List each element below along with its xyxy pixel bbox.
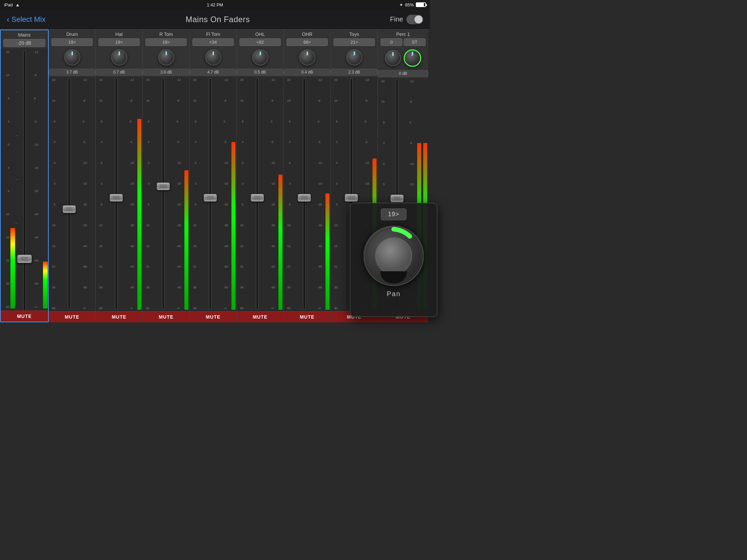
drum-mute-button[interactable]: MUTE <box>49 311 95 322</box>
perc1-knob-left[interactable] <box>385 50 401 66</box>
ohr-fader-track <box>291 77 317 311</box>
drum-fader-handle[interactable] <box>63 206 76 213</box>
pan-knob-large[interactable] <box>363 225 424 286</box>
bluetooth-icon: ✦ <box>400 2 403 7</box>
fine-toggle[interactable] <box>406 15 423 24</box>
fltom-scale-right: -12 -6 0 -5 -10 -15 -20 -30 -40 -60 -90 … <box>223 77 230 311</box>
toggle-knob <box>414 16 422 24</box>
perc1-st: ST <box>404 38 426 46</box>
ohl-name: OHL <box>239 31 281 37</box>
perc1-fader-handle[interactable] <box>391 195 404 202</box>
battery-icon <box>416 2 426 7</box>
ohl-fader-handle[interactable] <box>251 194 264 202</box>
drum-knob-container <box>49 47 95 68</box>
ohr-name: OHR <box>286 31 328 37</box>
perc1-header: Perc 1 0 ST <box>378 30 428 47</box>
ohr-knob-container <box>284 47 331 68</box>
rtom-db: 3.9 dB <box>143 69 189 76</box>
hat-scale-right: -12 -6 0 -5 -10 -15 -20 -30 -40 -60 -90 … <box>129 77 136 311</box>
rtom-mute-button[interactable]: MUTE <box>143 311 189 322</box>
ohl-vu <box>278 77 283 311</box>
channel-ohl: OHL <82 0.5 dB 20 15 9 3 0 3 5 10 15 21 … <box>237 30 284 322</box>
ohl-fader-track <box>244 77 270 311</box>
toys-send: 21> <box>334 38 375 46</box>
ohl-knob[interactable] <box>252 49 268 65</box>
drum-name: Drum <box>51 31 93 37</box>
ohr-send: 68> <box>286 38 328 46</box>
ohl-send: <82 <box>239 38 281 46</box>
hat-scale: 20 15 9 3 0 3 5 10 15 21 30 60 <box>96 77 103 311</box>
channel-fltom: Fl Tom <34 4.7 dB 20 15 9 3 0 3 5 10 15 … <box>190 30 237 322</box>
fine-label: Fine <box>390 16 403 23</box>
ohl-header: OHL <82 <box>237 30 283 47</box>
hat-mute-button[interactable]: MUTE <box>96 311 143 322</box>
fltom-fader-track <box>197 77 223 311</box>
channel-ohr: OHR 68> 0.4 dB 20 15 9 3 0 3 5 10 15 21 … <box>284 30 331 322</box>
mains-scale-left: 20 15 9 3 0 3 5 10 15 21 30 60 <box>1 48 10 311</box>
mains-vu-left <box>10 48 16 311</box>
mains-name: Mains <box>3 32 45 37</box>
toys-fader-handle[interactable] <box>345 194 358 202</box>
fltom-name: Fl Tom <box>192 31 234 37</box>
fltom-header: Fl Tom <34 <box>190 30 236 47</box>
fltom-send: <34 <box>192 38 234 46</box>
drum-vu <box>89 77 95 311</box>
mains-vu-right <box>43 48 48 311</box>
toys-knob[interactable] <box>346 49 362 65</box>
fltom-knob[interactable] <box>205 49 221 65</box>
rtom-send: 19> <box>146 38 187 46</box>
rtom-knob[interactable] <box>158 49 174 65</box>
perc1-knob-container <box>378 47 428 69</box>
mains-db: -20 dB <box>3 39 45 47</box>
drum-knob[interactable] <box>64 49 80 65</box>
ohr-db: 0.4 dB <box>284 69 331 76</box>
ohr-header: OHR 68> <box>284 30 331 47</box>
hat-fader-track <box>103 77 129 311</box>
perc1-knob-right[interactable] <box>404 49 421 67</box>
pan-label: Pan <box>387 290 401 298</box>
drum-fader-track <box>56 77 82 311</box>
mains-fader-handle[interactable] <box>18 255 31 263</box>
rtom-fader-track <box>150 77 176 311</box>
status-bar: iPad ▲ 1:42 PM ✦ 85% <box>0 0 430 9</box>
mains-mute-button[interactable]: MUTE <box>1 311 48 322</box>
channel-rtom: R Tom 19> 3.9 dB 20 15 9 3 0 3 5 10 15 2… <box>143 30 190 322</box>
rtom-scale: 20 15 9 3 0 3 5 10 15 21 30 60 <box>143 77 150 311</box>
rtom-scale-right: -12 -6 0 -5 -10 -15 -20 -30 -40 -60 -90 … <box>176 77 183 311</box>
hat-name: Hat <box>98 31 140 37</box>
hat-send: 19> <box>98 38 140 46</box>
ohr-knob[interactable] <box>299 49 315 65</box>
rtom-name: R Tom <box>146 31 187 37</box>
pan-knob-inner <box>375 237 412 274</box>
ohr-fader-handle[interactable] <box>298 194 311 202</box>
ohr-mute-button[interactable]: MUTE <box>284 311 331 322</box>
fltom-scale: 20 15 9 3 0 3 5 10 15 21 30 60 <box>190 77 197 311</box>
rtom-vu <box>183 77 189 311</box>
ohr-scale-right: -12 -6 0 -5 -10 -15 -20 -30 -40 -60 -90 … <box>317 77 325 311</box>
fltom-fader-handle[interactable] <box>204 194 217 202</box>
ohr-vu <box>325 77 331 311</box>
hat-knob[interactable] <box>111 49 127 65</box>
mains-fader-track <box>16 48 33 311</box>
fltom-mute-button[interactable]: MUTE <box>190 311 236 322</box>
ohl-mute-button[interactable]: MUTE <box>237 311 283 322</box>
back-label: Select Mix <box>11 15 45 24</box>
channel-mains: Mains -20 dB 20 15 9 3 0 3 5 10 15 21 30… <box>0 30 49 322</box>
hat-db: 0.7 dB <box>96 69 143 76</box>
fltom-knob-container <box>190 47 236 68</box>
rtom-fader-handle[interactable] <box>157 183 170 190</box>
drum-db: 3.7 dB <box>49 69 95 76</box>
time-display: 1:42 PM <box>207 2 223 7</box>
device-label: iPad <box>4 2 13 7</box>
rtom-knob-container <box>143 47 189 68</box>
pan-send-value: 19> <box>381 209 406 220</box>
mains-header: Mains -20 dB <box>1 30 48 48</box>
hat-fader-handle[interactable] <box>110 194 123 202</box>
battery-percent: 85% <box>405 2 414 7</box>
ohl-db: 0.5 dB <box>237 69 283 76</box>
fltom-db: 4.7 dB <box>190 69 236 76</box>
wifi-icon: ▲ <box>16 2 20 7</box>
toys-name: Toys <box>334 31 375 37</box>
back-button[interactable]: ‹ Select Mix <box>7 15 45 24</box>
pan-popup[interactable]: 19> Pan <box>350 203 430 317</box>
